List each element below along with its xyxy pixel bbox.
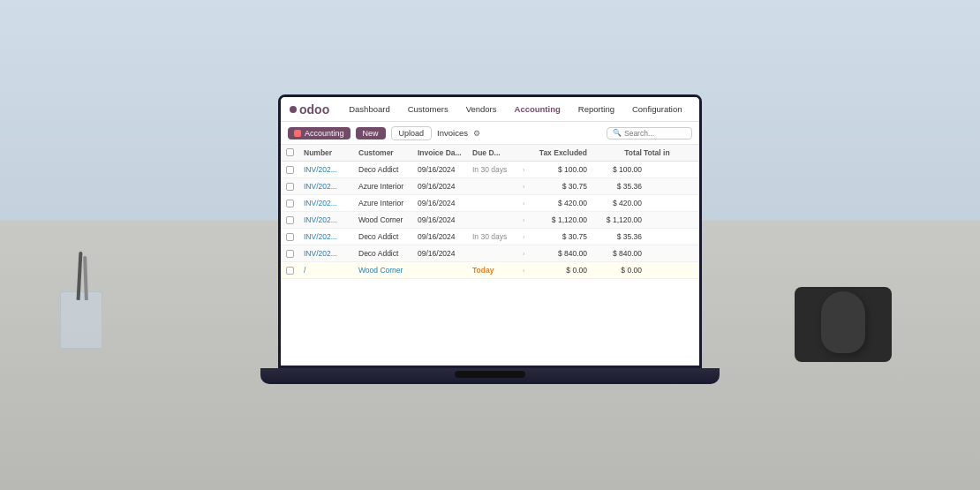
row-check-5[interactable] (286, 250, 302, 258)
col-number: Number (304, 148, 357, 157)
laptop: odoo Dashboard Customers Vendors Account… (278, 94, 702, 384)
search-icon: 🔍 (613, 129, 622, 137)
row-due-6: Today (472, 266, 521, 275)
background: odoo Dashboard Customers Vendors Account… (0, 0, 980, 490)
row-tax-1: $ 30.75 (530, 182, 587, 191)
upload-button[interactable]: Upload (391, 126, 433, 140)
row-total-6: $ 0.00 (589, 266, 642, 275)
invoice-table: Number Customer Invoice Da... Due D... T… (281, 145, 699, 366)
table-header: Number Customer Invoice Da... Due D... T… (281, 145, 699, 162)
row-due-4: In 30 days (472, 232, 521, 241)
top-nav: odoo Dashboard Customers Vendors Account… (281, 97, 699, 122)
table-row[interactable]: INV/202... Azure Interior 09/16/2024 › $… (281, 178, 699, 195)
row-inv-date-4: 09/16/2024 (418, 232, 471, 241)
row-check-6[interactable] (286, 267, 302, 275)
table-body: INV/202... Deco Addict 09/16/2024 In 30 … (281, 162, 699, 279)
row-number-5[interactable]: INV/202... (304, 249, 357, 258)
col-customer: Customer (358, 148, 416, 157)
accounting-badge-label: Accounting (305, 129, 344, 138)
nav-reporting[interactable]: Reporting (575, 102, 618, 116)
row-tax-4: $ 30.75 (530, 232, 587, 241)
table-row[interactable]: INV/202... Wood Corner 09/16/2024 › $ 1,… (281, 212, 699, 229)
odoo-app: odoo Dashboard Customers Vendors Account… (281, 97, 699, 366)
row-check-4[interactable] (286, 233, 302, 241)
row-number-6[interactable]: / (304, 266, 357, 275)
row-check-0[interactable] (286, 166, 302, 174)
row-customer-1: Azure Interior (358, 182, 416, 191)
row-inv-date-0: 09/16/2024 (418, 165, 471, 174)
row-number-1[interactable]: INV/202... (304, 182, 357, 191)
laptop-screen: odoo Dashboard Customers Vendors Account… (278, 94, 702, 368)
row-total-4: $ 35.36 (589, 232, 642, 241)
row-number-3[interactable]: INV/202... (304, 215, 357, 224)
col-check[interactable] (286, 148, 302, 157)
row-check-1[interactable] (286, 183, 302, 191)
row-total-1: $ 35.36 (589, 182, 642, 191)
row-tax-2: $ 420.00 (530, 199, 587, 207)
row-inv-date-1: 09/16/2024 (418, 182, 471, 191)
row-inv-date-3: 09/16/2024 (418, 215, 471, 224)
col-total: Total (589, 148, 642, 157)
odoo-logo: odoo (290, 102, 329, 117)
row-total-0: $ 100.00 (589, 165, 642, 174)
row-number-4[interactable]: INV/202... (304, 232, 357, 241)
pen-holder (53, 269, 110, 349)
search-box[interactable]: 🔍 (607, 127, 692, 139)
new-button[interactable]: New (356, 127, 386, 139)
laptop-base (260, 368, 720, 384)
second-bar: Accounting New Upload Invoices ⚙ 🔍 (281, 122, 699, 145)
odoo-logo-text: odoo (299, 102, 329, 117)
gear-icon[interactable]: ⚙ (473, 129, 480, 138)
row-chevron-2: › (523, 199, 528, 207)
nav-dashboard[interactable]: Dashboard (345, 102, 393, 116)
odoo-logo-dot (290, 106, 297, 113)
row-total-2: $ 420.00 (589, 199, 642, 207)
row-inv-date-2: 09/16/2024 (418, 199, 471, 207)
table-row-draft[interactable]: / Wood Corner Today › $ 0.00 $ 0.00 (281, 262, 699, 279)
row-customer-3: Wood Corner (358, 215, 416, 224)
row-customer-2: Azure Interior (358, 199, 416, 207)
col-spacer (523, 148, 528, 157)
row-tax-6: $ 0.00 (530, 266, 587, 275)
col-invoice-date: Invoice Da... (418, 148, 471, 157)
row-tax-5: $ 840.00 (530, 249, 587, 258)
search-input[interactable] (624, 129, 686, 138)
row-tax-0: $ 100.00 (530, 165, 587, 174)
row-chevron-6: › (523, 266, 528, 275)
col-total-in: Total in (644, 148, 688, 157)
table-row[interactable]: INV/202... Deco Addict 09/16/2024 › $ 84… (281, 245, 699, 262)
row-tax-3: $ 1,120.00 (530, 215, 587, 224)
row-number-0[interactable]: INV/202... (304, 165, 357, 174)
row-chevron-5: › (523, 249, 528, 258)
row-due-0: In 30 days (472, 165, 521, 174)
nav-configuration[interactable]: Configuration (629, 102, 686, 116)
table-row[interactable]: INV/202... Deco Addict 09/16/2024 In 30 … (281, 229, 699, 245)
row-customer-6: Wood Corner (358, 266, 416, 275)
nav-vendors[interactable]: Vendors (463, 102, 501, 116)
row-check-2[interactable] (286, 200, 302, 207)
row-chevron-3: › (523, 215, 528, 224)
mouse (821, 291, 865, 353)
row-check-3[interactable] (286, 216, 302, 224)
row-customer-5: Deco Addict (358, 249, 416, 258)
col-tax-excluded: Tax Excluded (530, 148, 587, 157)
row-customer-4: Deco Addict (358, 232, 416, 241)
col-due-date: Due D... (472, 148, 521, 157)
row-number-2[interactable]: INV/202... (304, 199, 357, 207)
row-chevron-0: › (523, 165, 528, 174)
accounting-badge-icon (294, 130, 301, 137)
table-row[interactable]: INV/202... Azure Interior 09/16/2024 › $… (281, 195, 699, 212)
row-chevron-1: › (523, 182, 528, 191)
table-row[interactable]: INV/202... Deco Addict 09/16/2024 In 30 … (281, 162, 699, 178)
nav-customers[interactable]: Customers (404, 102, 452, 116)
row-customer-0: Deco Addict (358, 165, 416, 174)
row-chevron-4: › (523, 232, 528, 241)
row-inv-date-5: 09/16/2024 (418, 249, 471, 258)
row-total-3: $ 1,120.00 (589, 215, 642, 224)
accounting-badge[interactable]: Accounting (288, 127, 351, 139)
row-total-5: $ 840.00 (589, 249, 642, 258)
nav-accounting[interactable]: Accounting (511, 102, 564, 116)
invoices-label[interactable]: Invoices (437, 128, 468, 138)
